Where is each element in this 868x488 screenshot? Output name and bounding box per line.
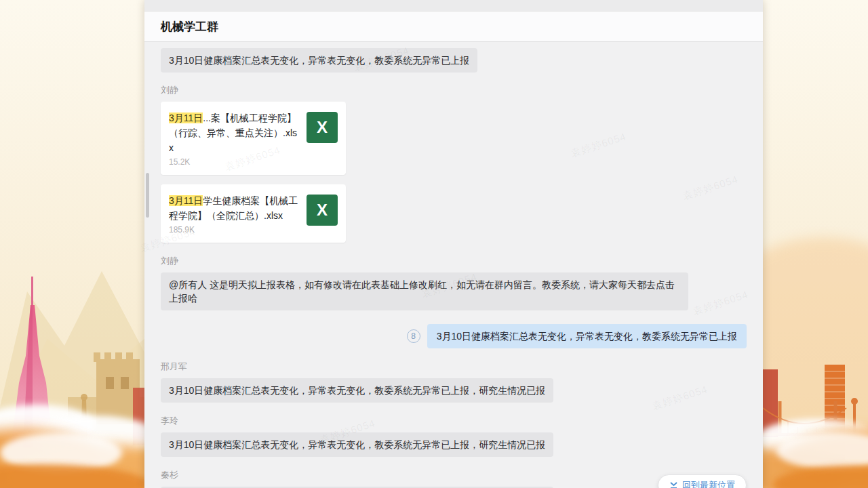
file-name: 3月11日...案【机械工程学院】（行踪、异常、重点关注）.xlsx xyxy=(169,110,300,155)
back-to-latest-button[interactable]: 回到最新位置 xyxy=(658,474,747,488)
message-row: @所有人 这是明天拟上报表格，如有修改请在此表基础上修改刷红，如无请在群内留言。… xyxy=(161,272,747,310)
sender-name: 李玲 xyxy=(161,415,747,427)
file-attachment[interactable]: 3月11日...案【机械工程学院】（行踪、异常、重点关注）.xlsx 15.2K… xyxy=(161,102,346,175)
excel-file-icon: X xyxy=(307,195,338,226)
message-bubble: 3月10日健康档案汇总表无变化，异常表无变化，教委系统无异常已上报，研究生情况已… xyxy=(161,432,553,457)
scroll-to-bottom-icon xyxy=(669,481,678,488)
search-highlight: 3月11日 xyxy=(169,113,203,123)
file-attachment[interactable]: 3月11日学生健康档案【机械工程学院】（全院汇总）.xlsx 185.9K X xyxy=(161,184,346,243)
message-bubble: @所有人 这是明天拟上报表格，如有修改请在此表基础上修改刷红，如无请在群内留言。… xyxy=(161,272,688,310)
scrollbar-thumb[interactable] xyxy=(146,173,149,218)
read-count-badge[interactable]: 8 xyxy=(407,329,420,343)
message-row: 3月10日健康档案汇总表无变化，异常表无变化，教委系统无异常已上报，研究生情况已… xyxy=(161,378,747,403)
file-info: 3月11日学生健康档案【机械工程学院】（全院汇总）.xlsx 185.9K xyxy=(169,193,300,235)
file-name: 3月11日学生健康档案【机械工程学院】（全院汇总）.xlsx xyxy=(169,193,300,223)
own-message-row: 8 3月10日健康档案汇总表无变化，异常表无变化，教委系统无异常已上报 xyxy=(161,324,747,348)
back-to-latest-label: 回到最新位置 xyxy=(682,479,735,488)
group-title: 机械学工群 xyxy=(161,19,218,35)
message-list: 3月10日健康档案汇总表无变化，异常表无变化，教委系统无异常已上报 刘静 3月1… xyxy=(144,42,763,488)
message-bubble: 3月10日健康档案汇总表无变化，异常表无变化，教委系统无异常已上报 xyxy=(161,48,477,73)
sender-name: 刘静 xyxy=(161,255,747,267)
message-bubble: 3月10日健康档案汇总表无变化，异常表无变化，教委系统无异常已上报，研究生情况已… xyxy=(161,378,553,403)
chat-header: 机械学工群 xyxy=(144,12,763,42)
file-size: 185.9K xyxy=(169,225,300,235)
own-message-bubble: 3月10日健康档案汇总表无变化，异常表无变化，教委系统无异常已上报 xyxy=(427,324,747,348)
excel-icon-letter: X xyxy=(317,201,328,220)
search-highlight: 3月11日 xyxy=(169,195,203,206)
message-row: 3月10日健康档案汇总表无变化，异常表无变化，教委系统无异常已上报 xyxy=(161,48,747,73)
chat-panel: 机械学工群 3月10日健康档案汇总表无变化，异常表无变化，教委系统无异常已上报 … xyxy=(144,0,763,488)
sender-name: 刘静 xyxy=(161,84,747,96)
message-row: 3月10日健康档案汇总表无变化，异常表无变化，教委系统无异常已上报，研究生情况已… xyxy=(161,432,747,457)
panel-top-strip xyxy=(144,0,763,12)
excel-file-icon: X xyxy=(307,112,338,143)
excel-icon-letter: X xyxy=(317,118,328,137)
file-size: 15.2K xyxy=(169,157,300,167)
sender-name: 邢月军 xyxy=(161,361,747,373)
file-info: 3月11日...案【机械工程学院】（行踪、异常、重点关注）.xlsx 15.2K xyxy=(169,110,300,167)
